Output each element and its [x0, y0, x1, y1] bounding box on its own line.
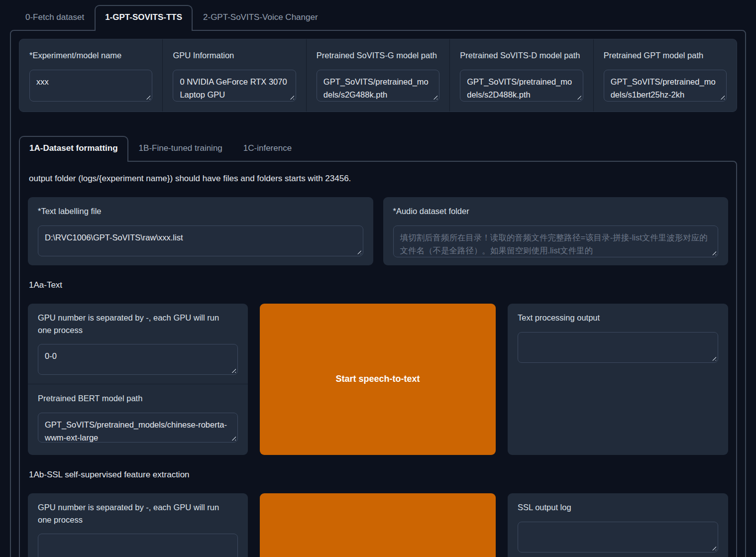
audio-dataset-folder-input[interactable] — [393, 225, 719, 257]
experiment-name-input[interactable]: xxx — [29, 70, 152, 102]
text-processing-output-panel: Text processing output — [508, 304, 728, 455]
text-labelling-file-group: *Text labelling file D:\RVC1006\GPT-SoVI… — [28, 197, 373, 265]
start-speech-to-text-button[interactable]: Start speech-to-text — [260, 304, 496, 455]
tab-gpt-sovits-tts[interactable]: 1-GPT-SOVITS-TTS — [95, 5, 193, 31]
gpu-information-field: GPU Information 0 NVIDIA GeForce RTX 307… — [162, 39, 306, 111]
ssl-gpu-number-input[interactable] — [38, 534, 238, 557]
gpu-information-input[interactable]: 0 NVIDIA GeForce RTX 3070 Laptop GPU — [173, 70, 296, 102]
sovits-d-path-field: Pretrained SoVITS-D model path GPT_SoVIT… — [449, 39, 593, 111]
dataset-formatting-panel: output folder (logs/{experiment name}) s… — [19, 161, 737, 557]
gpu-number-field: GPU number is separated by -, each GPU w… — [28, 304, 248, 384]
gpt-path-label: Pretrained GPT model path — [604, 49, 727, 62]
experiment-name-field: *Experiment/model name xxx — [19, 39, 162, 111]
tab-inference[interactable]: 1C-inference — [233, 136, 302, 161]
output-folder-info: output folder (logs/{experiment name}) s… — [29, 174, 727, 184]
tab-dataset-formatting[interactable]: 1A-Dataset formatting — [19, 136, 128, 162]
ssl-settings-form: GPU number is separated by -, each GPU w… — [28, 493, 248, 557]
sub-tab-bar: 1A-Dataset formatting 1B-Fine-tuned trai… — [19, 136, 737, 161]
ssl-output-log-input[interactable] — [518, 522, 718, 553]
model-config-form: *Experiment/model name xxx GPU Informati… — [19, 39, 737, 112]
ssl-output-log-label: SSL output log — [518, 501, 718, 514]
text-settings-form: GPU number is separated by -, each GPU w… — [28, 304, 248, 455]
gpu-number-label: GPU number is separated by -, each GPU w… — [38, 312, 223, 336]
start-ssl-extracting-button[interactable] — [260, 493, 496, 557]
gpt-path-input[interactable]: GPT_SoVITS/pretrained_models/s1bert25hz-… — [604, 70, 727, 102]
gpt-sovits-tts-panel: *Experiment/model name xxx GPU Informati… — [10, 30, 746, 557]
text-processing-output-input[interactable] — [518, 332, 718, 363]
tab-fetch-dataset[interactable]: 0-Fetch dataset — [15, 5, 95, 30]
sovits-g-path-label: Pretrained SoVITS-G model path — [317, 49, 439, 62]
bert-path-field: Pretrained BERT model path GPT_SoVITS/pr… — [28, 384, 248, 455]
tab-finetuned-training[interactable]: 1B-Fine-tuned training — [128, 136, 233, 161]
bert-path-label: Pretrained BERT model path — [38, 392, 238, 405]
gpu-information-label: GPU Information — [173, 49, 296, 62]
audio-dataset-folder-group: *Audio dataset folder — [383, 197, 729, 265]
sovits-d-path-label: Pretrained SoVITS-D model path — [460, 49, 583, 62]
text-labelling-file-label: *Text labelling file — [38, 205, 363, 218]
experiment-name-label: *Experiment/model name — [29, 49, 152, 62]
gpt-path-field: Pretrained GPT model path GPT_SoVITS/pre… — [593, 39, 737, 111]
text-labelling-file-input[interactable]: D:\RVC1006\GPT-SoVITS\raw\xxx.list — [38, 225, 363, 256]
audio-dataset-folder-label: *Audio dataset folder — [393, 205, 719, 218]
ssl-gpu-number-label: GPU number is separated by -, each GPU w… — [38, 501, 223, 526]
sovits-g-path-input[interactable]: GPT_SoVITS/pretrained_models/s2G488k.pth — [317, 70, 439, 102]
sovits-d-path-input[interactable]: GPT_SoVITS/pretrained_models/s2D488k.pth — [460, 70, 583, 102]
text-processing-output-label: Text processing output — [518, 312, 718, 324]
section-1ab-heading: 1Ab-SSL self-supervised feature extracti… — [29, 470, 727, 480]
section-1aa-heading: 1Aa-Text — [29, 280, 727, 290]
gpu-number-input[interactable]: 0-0 — [38, 344, 238, 375]
sovits-g-path-field: Pretrained SoVITS-G model path GPT_SoVIT… — [306, 39, 449, 111]
main-tab-bar: 0-Fetch dataset 1-GPT-SOVITS-TTS 2-GPT-S… — [0, 5, 756, 30]
ssl-gpu-number-field: GPU number is separated by -, each GPU w… — [28, 493, 248, 557]
ssl-output-log-panel: SSL output log — [508, 493, 728, 557]
bert-path-input[interactable]: GPT_SoVITS/pretrained_models/chinese-rob… — [38, 413, 238, 443]
tab-voice-changer[interactable]: 2-GPT-SoVITS-Voice Changer — [193, 5, 328, 30]
